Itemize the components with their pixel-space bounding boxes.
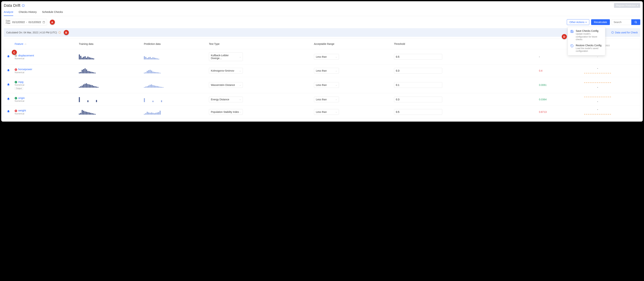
chevron-down-icon: ⌄ — [239, 56, 241, 58]
test-type-select[interactable]: Kullback-Leibler Diverge…⌄ — [209, 52, 243, 61]
chevron-down-icon: ⌄ — [336, 84, 337, 86]
score-value: 0.0061 — [539, 83, 546, 86]
prediction-sparkline — [142, 106, 207, 118]
calendar-icon[interactable] — [42, 21, 45, 23]
chevron-down-icon: ⌄ — [239, 111, 241, 113]
bell-icon[interactable] — [7, 97, 10, 101]
col-test: Test Type — [207, 39, 312, 49]
caret-down-icon: ▾ — [637, 4, 638, 7]
register-prediction-button: Register Prediction ▾ — [614, 3, 640, 8]
prediction-sparkline — [142, 64, 207, 77]
bell-icon[interactable] — [7, 55, 10, 58]
feature-type: Numerical — [15, 100, 75, 102]
training-sparkline — [77, 77, 142, 93]
tab-checks-history[interactable]: Checks History — [18, 9, 37, 16]
tab-analyze[interactable]: Analyze — [4, 9, 13, 16]
annotation-b: B — [64, 30, 69, 35]
status-fail-icon: ✕ — [15, 110, 17, 112]
data-used-label: Data used for Check — [615, 31, 638, 34]
table-row: ✓originNumericalEnergy Distance⌄Less tha… — [4, 93, 640, 105]
calculated-on-text: Calculated On: 04 Mar, 2022 | 4:10 PM (U… — [6, 31, 57, 34]
restore-icon — [570, 44, 574, 47]
date-from: 01/12/2022 — [12, 21, 25, 23]
range-select[interactable]: Less than⌄ — [314, 68, 339, 73]
info-icon[interactable] — [58, 31, 61, 34]
range-select[interactable]: Less than⌄ — [314, 97, 339, 102]
date-filter[interactable]: Date Filter 01/12/2022 - 01/12/2022 — [4, 19, 47, 25]
chevron-down-icon: ⌄ — [239, 98, 241, 100]
threshold-input[interactable] — [394, 97, 442, 102]
prediction-sparkline — [142, 93, 207, 105]
range-select[interactable]: Less than⌄ — [314, 54, 339, 60]
test-type-select[interactable]: Kolmogorov-Smirnov⌄ — [209, 68, 243, 73]
other-actions-dropdown: Save Checks Config Update model's config… — [568, 27, 605, 55]
info-icon[interactable] — [22, 4, 25, 7]
col-feature[interactable]: Feature↓≡ — [13, 39, 77, 49]
recalculate-button[interactable]: Recalculate — [591, 19, 610, 25]
status-pass-icon: ✓ — [15, 81, 17, 83]
threshold-input[interactable] — [394, 109, 442, 115]
status-pass-icon: ✓ — [15, 97, 17, 99]
chevron-down-icon: ⌄ — [336, 70, 337, 72]
test-type-select[interactable]: Energy Distance⌄ — [209, 97, 243, 102]
status-neutral-icon — [15, 54, 17, 57]
dropdown-save-desc: Update model's configuration for future … — [576, 33, 602, 41]
col-prediction: Prediction data — [142, 39, 207, 49]
trend-sparkline — [555, 64, 640, 77]
other-actions-label: Other Actions — [570, 21, 584, 23]
page-title: Data Drift — [4, 3, 20, 8]
feature-name[interactable]: mpg — [18, 80, 24, 83]
prediction-sparkline — [142, 49, 207, 64]
other-actions-button[interactable]: Other Actions ▾ — [567, 19, 589, 25]
table-row: ✕weightNumericalPopulation Stability Ind… — [4, 106, 640, 118]
bell-icon[interactable] — [7, 69, 10, 72]
annotation-a: A — [50, 20, 55, 25]
feature-name[interactable]: displacement — [18, 54, 34, 57]
svg-point-7 — [635, 21, 636, 23]
sort-icon: ↓≡ — [24, 43, 26, 45]
feature-type: Numerical — [15, 71, 75, 74]
feature-name[interactable]: horsepower — [18, 68, 32, 71]
test-type-select[interactable]: Wasserstein Distance⌄ — [209, 82, 243, 88]
svg-line-8 — [636, 23, 637, 23]
dropdown-item-restore-config[interactable]: Restore Checks Config Load the model's s… — [568, 42, 605, 54]
search-icon — [634, 21, 637, 23]
chevron-down-icon: ⌄ — [239, 84, 241, 86]
training-sparkline — [77, 106, 142, 118]
search-input[interactable] — [612, 19, 631, 25]
score-value: - — [539, 55, 540, 58]
table-row: displacementNumericalKullback-Leibler Di… — [4, 49, 640, 64]
feature-name[interactable]: weight — [18, 109, 26, 112]
chevron-down-icon: ⌄ — [239, 70, 241, 72]
score-value: 0.8713 — [539, 110, 546, 113]
range-select[interactable]: Less than⌄ — [314, 82, 339, 88]
date-to: 01/12/2022 — [28, 21, 41, 23]
threshold-input[interactable] — [394, 54, 442, 60]
dropdown-restore-title: Restore Checks Config — [576, 44, 602, 47]
register-prediction-label: Register Prediction — [616, 4, 636, 7]
threshold-input[interactable] — [394, 82, 442, 88]
caret-down-icon: ▾ — [586, 21, 587, 23]
dropdown-item-save-config[interactable]: Save Checks Config Update model's config… — [568, 28, 605, 42]
chevron-down-icon: ⌄ — [336, 56, 337, 58]
feature-name[interactable]: origin — [18, 96, 25, 99]
data-used-link[interactable]: Data used for Check — [611, 31, 638, 34]
output-tag: Output — [15, 87, 23, 90]
info-icon — [611, 31, 614, 34]
search-button[interactable] — [631, 19, 640, 25]
status-fail-icon: ✕ — [15, 68, 17, 71]
save-icon — [570, 30, 574, 33]
test-type-select[interactable]: Population Stability Index⌄ — [209, 109, 243, 115]
bell-icon[interactable] — [7, 83, 10, 86]
threshold-input[interactable] — [394, 68, 442, 73]
bell-icon[interactable] — [7, 110, 10, 113]
feature-type: Numerical — [15, 57, 75, 60]
trend-sparkline — [555, 77, 640, 93]
feature-type: Numerical — [15, 112, 75, 115]
table-row: ✕horsepowerNumericalKolmogorov-Smirnov⌄L… — [4, 64, 640, 77]
tab-schedule-checks[interactable]: Schedule Checks — [42, 9, 63, 16]
date-filter-label: Date Filter — [6, 20, 10, 24]
training-sparkline — [77, 93, 142, 105]
range-select[interactable]: Less than⌄ — [314, 109, 339, 115]
col-threshold: Threshold — [392, 39, 537, 49]
